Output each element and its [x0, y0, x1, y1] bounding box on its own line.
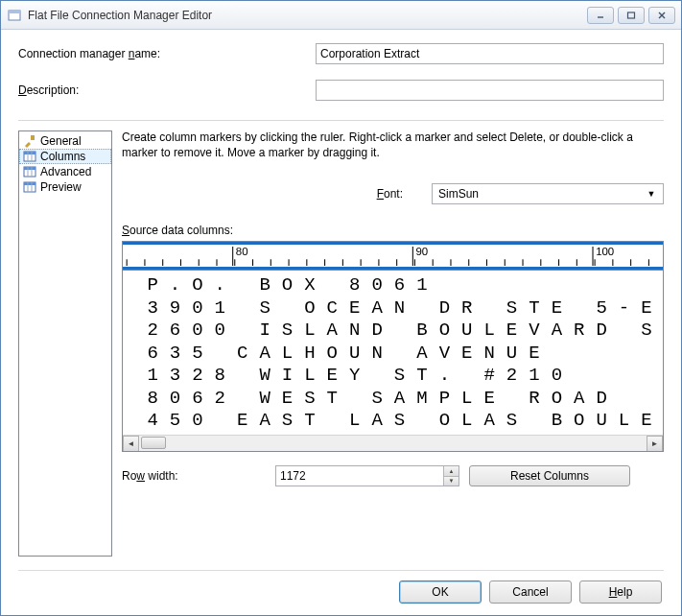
conn-name-label: Connection manager name:: [18, 47, 316, 60]
ruler[interactable]: 8090100: [123, 242, 663, 271]
sidebar-item-general[interactable]: General: [19, 133, 111, 149]
sidebar-item-label: Preview: [40, 180, 82, 194]
grid-icon: [23, 180, 36, 194]
minimize-button[interactable]: [587, 7, 614, 24]
scroll-track[interactable]: [139, 436, 647, 451]
maximize-button[interactable]: [618, 7, 645, 24]
app-icon: [7, 8, 22, 23]
horizontal-scrollbar[interactable]: ◄ ►: [123, 435, 663, 451]
window-title: Flat File Connection Manager Editor: [28, 9, 587, 22]
row-width-spinner[interactable]: ▲ ▼: [275, 465, 459, 486]
scroll-right-button[interactable]: ►: [647, 436, 663, 452]
svg-rect-8: [24, 152, 35, 154]
sidebar-item-columns[interactable]: Columns: [19, 149, 111, 164]
font-value: SimSun: [438, 187, 479, 201]
window-controls: [587, 7, 675, 24]
svg-text:90: 90: [415, 246, 428, 256]
conn-name-input[interactable]: [316, 43, 664, 64]
source-preview: 8090100 P.O. BOX 8061 3901 S OCEAN DR ST…: [122, 241, 664, 452]
data-rows: P.O. BOX 8061 3901 S OCEAN DR STE 5-E 26…: [123, 271, 663, 435]
scroll-thumb[interactable]: [141, 437, 166, 449]
middle-area: General Columns Advanced: [18, 130, 664, 557]
chevron-down-icon: ▼: [644, 184, 659, 203]
font-combo[interactable]: SimSun ▼: [432, 183, 664, 204]
spinner-buttons: ▲ ▼: [443, 466, 459, 486]
title-bar: Flat File Connection Manager Editor: [1, 1, 681, 30]
reset-columns-button[interactable]: Reset Columns: [469, 465, 630, 486]
spin-up-button[interactable]: ▲: [443, 466, 459, 477]
svg-rect-12: [24, 167, 35, 170]
divider-top: [18, 120, 664, 121]
spin-down-button[interactable]: ▼: [443, 477, 459, 486]
source-columns-label: Source data columns:: [122, 224, 664, 237]
page-list[interactable]: General Columns Advanced: [18, 130, 112, 557]
ok-button[interactable]: OK: [399, 580, 482, 604]
conn-name-row: Connection manager name:: [18, 43, 664, 64]
svg-text:100: 100: [596, 246, 614, 256]
dialog-buttons: OK Cancel Help: [18, 580, 664, 604]
instructions-text: Create column markers by clicking the ru…: [122, 130, 664, 160]
divider-bottom: [18, 570, 664, 571]
svg-rect-6: [31, 135, 35, 140]
sidebar-item-label: Advanced: [40, 165, 91, 178]
description-input[interactable]: [316, 80, 664, 101]
sidebar-item-label: General: [40, 134, 82, 148]
row-width-row: Row width: ▲ ▼ Reset Columns: [122, 465, 664, 486]
top-form: Connection manager name: Description:: [18, 43, 664, 116]
sidebar-item-preview[interactable]: Preview: [19, 179, 111, 195]
scroll-left-button[interactable]: ◄: [123, 436, 139, 452]
grid-icon: [23, 165, 36, 178]
svg-rect-1: [9, 11, 20, 13]
font-row: Font: SimSun ▼: [122, 183, 664, 204]
dialog-window: Flat File Connection Manager Editor Conn…: [0, 0, 682, 616]
tools-icon: [23, 134, 36, 148]
row-width-label: Row width:: [122, 469, 266, 483]
sidebar-item-label: Columns: [40, 150, 85, 163]
svg-rect-3: [628, 12, 635, 18]
description-label: Description:: [18, 83, 316, 97]
svg-rect-16: [24, 182, 35, 185]
font-label: Font:: [377, 187, 403, 201]
row-width-input[interactable]: [275, 465, 459, 486]
dialog-content: Connection manager name: Description:: [1, 30, 681, 615]
columns-panel: Create column markers by clicking the ru…: [122, 130, 664, 557]
grid-icon: [23, 150, 36, 163]
help-button[interactable]: Help: [579, 580, 662, 604]
svg-text:80: 80: [236, 246, 248, 256]
cancel-button[interactable]: Cancel: [489, 580, 572, 604]
sidebar-item-advanced[interactable]: Advanced: [19, 164, 111, 179]
close-button[interactable]: [648, 7, 675, 24]
description-row: Description:: [18, 80, 664, 101]
